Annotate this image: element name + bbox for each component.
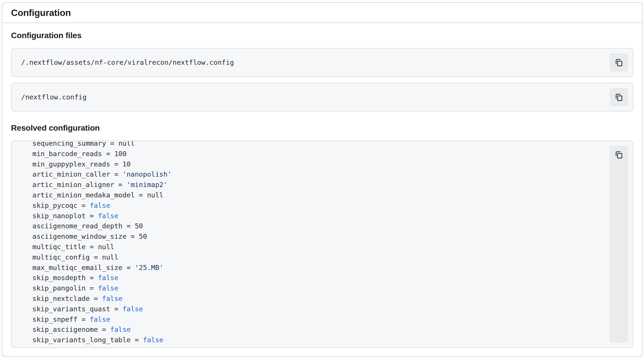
copy-file-path-button[interactable] [610,88,628,106]
code-line: skip_variants_quast = false [32,304,606,314]
copy-resolved-config-button[interactable] [610,146,628,343]
code-line: min_guppyplex_reads = 10 [32,159,606,170]
code-line: artic_minion_aligner = 'minimap2' [32,180,606,190]
code-line: skip_asciigenome = false [32,325,606,335]
card-body: Configuration files /.nextflow/assets/nf… [2,23,642,356]
copy-file-path-button[interactable] [610,53,628,72]
code-line: skip_pangolin = false [32,283,606,294]
code-line: min_barcode_reads = 100 [32,149,606,159]
config-file-row: /.nextflow/assets/nf-core/viralrecon/nex… [11,48,633,77]
copy-icon [614,93,623,101]
code-line: multiqc_title = null [32,242,606,252]
resolved-config-code: sequencing_summary = nullmin_barcode_rea… [32,141,606,347]
config-files-heading: Configuration files [11,31,633,40]
code-line: skip_multiqc = false [32,345,606,347]
configuration-card: Configuration Configuration files /.next… [2,2,643,357]
page-title: Configuration [11,8,71,18]
code-line: sequencing_summary = null [32,141,606,149]
code-line: artic_minion_caller = 'nanopolish' [32,169,606,180]
code-line: skip_nextclade = false [32,294,606,304]
config-file-path: /nextflow.config [21,93,610,101]
code-line: multiqc_config = null [32,252,606,263]
code-line: skip_pycoqc = false [32,201,606,211]
code-line: asciigenome_window_size = 50 [32,232,606,242]
config-file-path: /.nextflow/assets/nf-core/viralrecon/nex… [21,58,610,66]
code-line: artic_minion_medaka_model = null [32,190,606,201]
code-line: max_multiqc_email_size = '25.MB' [32,263,606,273]
copy-icon [614,150,623,159]
code-line: skip_variants_long_table = false [32,335,606,345]
copy-icon [614,58,623,67]
config-file-row: /nextflow.config [11,83,633,112]
resolved-config-block: sequencing_summary = nullmin_barcode_rea… [11,140,633,348]
code-line: skip_nanoplot = false [32,211,606,221]
code-line: asciigenome_read_depth = 50 [32,221,606,232]
card-header: Configuration [2,3,642,23]
code-line: skip_mosdepth = false [32,273,606,283]
resolved-config-scroll-area[interactable]: sequencing_summary = nullmin_barcode_rea… [12,141,606,347]
code-line: skip_snpeff = false [32,314,606,325]
resolved-config-heading: Resolved configuration [11,123,633,133]
